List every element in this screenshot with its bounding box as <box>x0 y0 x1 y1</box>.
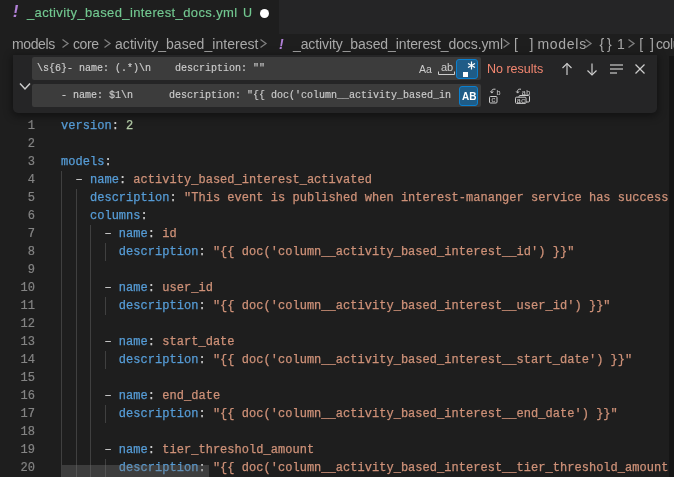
svg-text:c: c <box>491 96 496 104</box>
svg-text:ac: ac <box>517 97 526 104</box>
svg-text:b: b <box>496 89 501 97</box>
svg-text:ab: ab <box>441 62 453 73</box>
